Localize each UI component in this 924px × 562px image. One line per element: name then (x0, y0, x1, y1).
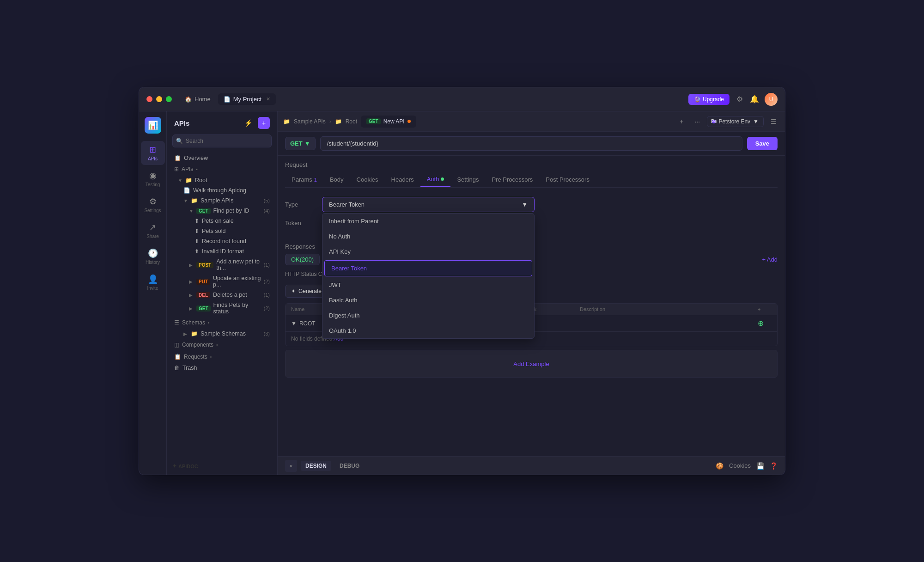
tab-body[interactable]: Body (323, 172, 350, 187)
tree-trash[interactable]: 🗑 Trash (167, 363, 277, 373)
settings-icon[interactable]: ⚙ (735, 95, 744, 104)
auth-option-noauth[interactable]: No Auth (322, 229, 534, 244)
titlebar: 🏠 Home 📄 My Project ✕ 🔮 Upgrade ⚙ 🔔 U (139, 87, 785, 111)
requests-label: Requests (184, 354, 207, 360)
sidebar-item-share[interactable]: ↗ Share (141, 219, 165, 243)
tab-cookies[interactable]: Cookies (350, 172, 385, 187)
auth-option-digest[interactable]: Digest Auth (322, 308, 534, 323)
add-example-button[interactable]: Add Example (513, 360, 549, 367)
auth-option-basic[interactable]: Basic Auth (322, 293, 534, 308)
auth-type-chevron: ▼ (522, 201, 528, 208)
add-pet-chevron: ▶ (189, 263, 194, 268)
tab-post-processors[interactable]: Post Processors (539, 172, 596, 187)
section-schemas[interactable]: ☰ Schemas • (167, 317, 277, 329)
section-components[interactable]: ◫ Components • (167, 339, 277, 351)
save-bottom-icon[interactable]: 💾 (756, 462, 764, 470)
more-tabs-button[interactable]: ··· (691, 116, 703, 128)
tab-auth[interactable]: Auth (420, 172, 451, 187)
tab-unsaved-dot (407, 120, 411, 123)
debug-mode-button[interactable]: DEBUG (335, 461, 364, 471)
tree-update-pet[interactable]: ▶ PUT Update an existing p... (2) (167, 273, 277, 290)
close-tab-icon[interactable]: ✕ (266, 96, 270, 102)
tree-sample-apis[interactable]: ▼ 📁 Sample APIs (5) (167, 195, 277, 206)
action-col: + (758, 306, 772, 312)
traffic-light-red[interactable] (146, 96, 152, 102)
auth-label: Auth (427, 176, 439, 183)
url-input[interactable] (320, 136, 742, 151)
auth-option-inherit[interactable]: Inherit from Parent (322, 214, 534, 229)
add-tab-button[interactable]: + (675, 116, 687, 128)
tree-invalid-id[interactable]: ⬆ Invalid ID format (167, 246, 277, 257)
type-label: Type (285, 201, 313, 208)
tree-pets-on-sale[interactable]: ⬆ Pets on sale (167, 216, 277, 226)
tree-find-pet[interactable]: ▼ GET Find pet by ID (4) (167, 206, 277, 216)
components-bullet: • (216, 342, 218, 348)
tab-label: New API (383, 118, 405, 125)
generate-icon: ✦ (291, 288, 296, 294)
token-label: Token (285, 220, 313, 226)
help-bottom-icon[interactable]: ❓ (770, 462, 778, 470)
env-selector[interactable]: Pe Petstore Env ▼ (707, 116, 764, 127)
sidebar-item-apis[interactable]: ⊞ APIs (141, 141, 165, 165)
section-requests[interactable]: 📋 Requests • (167, 351, 277, 363)
auth-option-jwt[interactable]: JWT (322, 277, 534, 293)
traffic-light-green[interactable] (166, 96, 172, 102)
upgrade-button[interactable]: 🔮 Upgrade (688, 94, 729, 105)
sample-schemas-label: Sample Schemas (201, 330, 261, 337)
method-select[interactable]: GET ▼ (285, 137, 316, 150)
settings-label: Settings (144, 208, 161, 213)
apidoc-star: ✦ (172, 463, 176, 469)
tab-pre-processors[interactable]: Pre Processors (485, 172, 539, 187)
auth-option-apikey[interactable]: API Key (322, 244, 534, 259)
search-input[interactable] (172, 134, 272, 147)
add-field-icon[interactable]: ⊕ (758, 319, 772, 328)
jwt-label: JWT (329, 281, 341, 288)
params-label: Params (292, 176, 312, 183)
breadcrumb-root-icon: 📁 (335, 118, 342, 125)
filter-button[interactable]: ⚡ (242, 117, 254, 129)
delete-pet-count: (1) (264, 292, 270, 298)
section-apis[interactable]: ⊞ APIs • (167, 163, 277, 175)
cookies-bottom-icon: 🍪 (716, 462, 723, 470)
breadcrumb-sep1: › (329, 118, 331, 125)
tree-delete-pet[interactable]: ▶ DEL Deletes a pet (1) (167, 290, 277, 300)
add-response-button[interactable]: + Add (762, 256, 778, 263)
tree-record-not-found[interactable]: ⬆ Record not found (167, 236, 277, 246)
tab-settings[interactable]: Settings (450, 172, 485, 187)
bottom-right: 🍪 Cookies 💾 ❓ (716, 462, 778, 470)
auth-type-dropdown: Bearer Token ▼ Inherit from Parent No Au… (322, 197, 535, 212)
ok-200-chip[interactable]: OK(200) (285, 254, 320, 265)
tree-sample-schemas[interactable]: ▶ 📁 Sample Schemas (3) (167, 329, 277, 339)
tree-pets-sold[interactable]: ⬆ Pets sold (167, 226, 277, 236)
add-pet-label: Add a new pet to th... (216, 258, 261, 271)
auth-option-oauth[interactable]: OAuth 1.0 (322, 323, 534, 338)
tab-headers[interactable]: Headers (385, 172, 420, 187)
user-avatar[interactable]: U (765, 93, 778, 106)
traffic-light-yellow[interactable] (156, 96, 162, 102)
sidebar-item-history[interactable]: 🕐 History (141, 244, 165, 269)
tab-new-api[interactable]: GET New API (361, 116, 416, 128)
sidebar-item-settings[interactable]: ⚙ Settings (141, 193, 165, 217)
tree-add-pet[interactable]: ▶ POST Add a new pet to th... (1) (167, 257, 277, 273)
app-logo: 📊 (145, 117, 161, 134)
add-api-button[interactable]: + (258, 117, 270, 129)
sidebar-item-testing[interactable]: ◉ Testing (141, 167, 165, 191)
titlebar-tab-home[interactable]: 🏠 Home (179, 93, 216, 105)
tab-params[interactable]: Params 1 (285, 172, 323, 187)
auth-option-bearer[interactable]: Bearer Token (324, 260, 532, 276)
root-chevron: ▼ (291, 320, 297, 327)
auth-type-trigger[interactable]: Bearer Token ▼ (322, 197, 535, 212)
tree-finds-pets[interactable]: ▶ GET Finds Pets by status (2) (167, 300, 277, 317)
titlebar-tabs: 🏠 Home 📄 My Project ✕ (179, 93, 688, 105)
tree-overview[interactable]: 📋 Overview (167, 153, 277, 163)
notification-icon[interactable]: 🔔 (750, 95, 759, 104)
tree-root-folder[interactable]: ▼ 📁 Root (167, 175, 277, 185)
collapse-button[interactable]: « (285, 460, 297, 472)
root-folder-label: Root (195, 177, 270, 183)
titlebar-tab-project[interactable]: 📄 My Project ✕ (218, 93, 276, 105)
design-mode-button[interactable]: DESIGN (301, 461, 331, 471)
tree-walkthrough[interactable]: 📄 Walk through Apidog (167, 185, 277, 195)
menu-button[interactable]: ☰ (767, 116, 779, 128)
sidebar-item-invite[interactable]: 👤 Invite (141, 270, 165, 294)
save-button[interactable]: Save (747, 137, 778, 150)
